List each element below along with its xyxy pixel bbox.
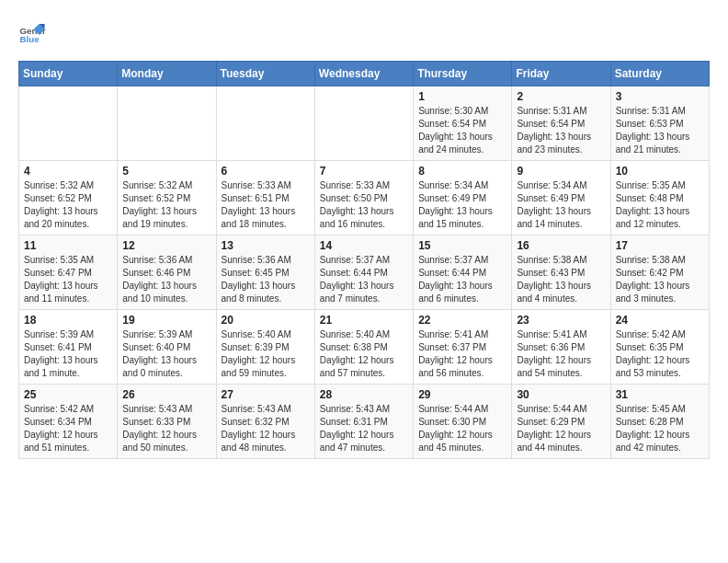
day-number: 20 <box>222 314 310 327</box>
day-number: 15 <box>418 239 506 252</box>
day-cell: 5Sunrise: 5:32 AM Sunset: 6:52 PM Daylig… <box>118 161 216 236</box>
day-number: 7 <box>320 165 408 178</box>
day-cell: 9Sunrise: 5:34 AM Sunset: 6:49 PM Daylig… <box>512 161 610 236</box>
col-header-sunday: Sunday <box>19 62 118 86</box>
day-info: Sunrise: 5:36 AM Sunset: 6:45 PM Dayligh… <box>222 254 310 305</box>
day-info: Sunrise: 5:37 AM Sunset: 6:44 PM Dayligh… <box>320 254 408 305</box>
day-info: Sunrise: 5:41 AM Sunset: 6:36 PM Dayligh… <box>517 328 605 380</box>
day-info: Sunrise: 5:38 AM Sunset: 6:43 PM Dayligh… <box>517 254 605 305</box>
day-cell: 25Sunrise: 5:42 AM Sunset: 6:34 PM Dayli… <box>19 385 118 459</box>
day-number: 27 <box>222 388 310 401</box>
day-number: 9 <box>517 165 605 178</box>
day-cell: 8Sunrise: 5:34 AM Sunset: 6:49 PM Daylig… <box>414 161 512 236</box>
week-row-1: 1Sunrise: 5:30 AM Sunset: 6:54 PM Daylig… <box>19 86 710 161</box>
day-cell: 20Sunrise: 5:40 AM Sunset: 6:39 PM Dayli… <box>216 310 314 385</box>
logo-icon: General Blue <box>18 18 46 46</box>
day-cell: 23Sunrise: 5:41 AM Sunset: 6:36 PM Dayli… <box>512 310 610 385</box>
day-cell: 26Sunrise: 5:43 AM Sunset: 6:33 PM Dayli… <box>118 385 216 459</box>
day-number: 11 <box>24 239 112 252</box>
day-cell: 31Sunrise: 5:45 AM Sunset: 6:28 PM Dayli… <box>610 385 709 459</box>
day-info: Sunrise: 5:44 AM Sunset: 6:30 PM Dayligh… <box>418 403 506 454</box>
week-row-4: 18Sunrise: 5:39 AM Sunset: 6:41 PM Dayli… <box>19 310 710 385</box>
day-info: Sunrise: 5:37 AM Sunset: 6:44 PM Dayligh… <box>418 254 506 305</box>
day-cell: 16Sunrise: 5:38 AM Sunset: 6:43 PM Dayli… <box>512 236 610 310</box>
day-cell: 1Sunrise: 5:30 AM Sunset: 6:54 PM Daylig… <box>414 86 512 161</box>
day-number: 28 <box>320 388 408 401</box>
day-number: 14 <box>320 239 408 252</box>
day-cell: 7Sunrise: 5:33 AM Sunset: 6:50 PM Daylig… <box>314 161 413 236</box>
day-cell: 6Sunrise: 5:33 AM Sunset: 6:51 PM Daylig… <box>216 161 314 236</box>
day-cell: 13Sunrise: 5:36 AM Sunset: 6:45 PM Dayli… <box>216 236 314 310</box>
day-info: Sunrise: 5:39 AM Sunset: 6:40 PM Dayligh… <box>122 328 210 380</box>
day-cell: 18Sunrise: 5:39 AM Sunset: 6:41 PM Dayli… <box>19 310 118 385</box>
day-number: 18 <box>24 314 112 327</box>
day-info: Sunrise: 5:30 AM Sunset: 6:54 PM Dayligh… <box>418 105 506 156</box>
day-info: Sunrise: 5:40 AM Sunset: 6:38 PM Dayligh… <box>320 328 408 380</box>
day-info: Sunrise: 5:44 AM Sunset: 6:29 PM Dayligh… <box>517 403 605 454</box>
day-number: 23 <box>517 314 605 327</box>
header-row: SundayMondayTuesdayWednesdayThursdayFrid… <box>19 62 710 86</box>
day-cell: 28Sunrise: 5:43 AM Sunset: 6:31 PM Dayli… <box>314 385 413 459</box>
day-cell: 4Sunrise: 5:32 AM Sunset: 6:52 PM Daylig… <box>19 161 118 236</box>
day-info: Sunrise: 5:35 AM Sunset: 6:48 PM Dayligh… <box>616 179 704 231</box>
day-info: Sunrise: 5:45 AM Sunset: 6:28 PM Dayligh… <box>616 403 704 454</box>
day-info: Sunrise: 5:31 AM Sunset: 6:53 PM Dayligh… <box>616 105 704 156</box>
day-number: 5 <box>122 165 210 178</box>
day-cell: 2Sunrise: 5:31 AM Sunset: 6:54 PM Daylig… <box>512 86 610 161</box>
day-number: 17 <box>616 239 704 252</box>
day-info: Sunrise: 5:35 AM Sunset: 6:47 PM Dayligh… <box>24 254 112 305</box>
day-number: 19 <box>122 314 210 327</box>
svg-text:Blue: Blue <box>20 34 40 44</box>
day-info: Sunrise: 5:34 AM Sunset: 6:49 PM Dayligh… <box>517 179 605 231</box>
day-number: 10 <box>616 165 704 178</box>
day-info: Sunrise: 5:39 AM Sunset: 6:41 PM Dayligh… <box>24 328 112 380</box>
day-info: Sunrise: 5:41 AM Sunset: 6:37 PM Dayligh… <box>418 328 506 380</box>
col-header-tuesday: Tuesday <box>216 62 314 86</box>
day-cell: 11Sunrise: 5:35 AM Sunset: 6:47 PM Dayli… <box>19 236 118 310</box>
day-info: Sunrise: 5:42 AM Sunset: 6:34 PM Dayligh… <box>24 403 112 454</box>
day-number: 3 <box>616 90 704 103</box>
day-info: Sunrise: 5:33 AM Sunset: 6:51 PM Dayligh… <box>222 179 310 231</box>
day-number: 31 <box>616 388 704 401</box>
day-info: Sunrise: 5:31 AM Sunset: 6:54 PM Dayligh… <box>517 105 605 156</box>
day-number: 6 <box>222 165 310 178</box>
day-number: 13 <box>222 239 310 252</box>
day-cell <box>314 86 413 161</box>
day-cell: 21Sunrise: 5:40 AM Sunset: 6:38 PM Dayli… <box>314 310 413 385</box>
day-info: Sunrise: 5:33 AM Sunset: 6:50 PM Dayligh… <box>320 179 408 231</box>
week-row-5: 25Sunrise: 5:42 AM Sunset: 6:34 PM Dayli… <box>19 385 710 459</box>
day-info: Sunrise: 5:42 AM Sunset: 6:35 PM Dayligh… <box>616 328 704 380</box>
day-info: Sunrise: 5:43 AM Sunset: 6:31 PM Dayligh… <box>320 403 408 454</box>
day-number: 24 <box>616 314 704 327</box>
day-number: 16 <box>517 239 605 252</box>
day-cell: 24Sunrise: 5:42 AM Sunset: 6:35 PM Dayli… <box>610 310 709 385</box>
day-number: 25 <box>24 388 112 401</box>
day-cell: 12Sunrise: 5:36 AM Sunset: 6:46 PM Dayli… <box>118 236 216 310</box>
day-number: 30 <box>517 388 605 401</box>
week-row-3: 11Sunrise: 5:35 AM Sunset: 6:47 PM Dayli… <box>19 236 710 310</box>
day-number: 21 <box>320 314 408 327</box>
day-info: Sunrise: 5:36 AM Sunset: 6:46 PM Dayligh… <box>122 254 210 305</box>
day-number: 1 <box>418 90 506 103</box>
day-info: Sunrise: 5:32 AM Sunset: 6:52 PM Dayligh… <box>122 179 210 231</box>
col-header-monday: Monday <box>118 62 216 86</box>
day-info: Sunrise: 5:43 AM Sunset: 6:32 PM Dayligh… <box>222 403 310 454</box>
day-info: Sunrise: 5:40 AM Sunset: 6:39 PM Dayligh… <box>222 328 310 380</box>
day-cell: 19Sunrise: 5:39 AM Sunset: 6:40 PM Dayli… <box>118 310 216 385</box>
day-cell: 17Sunrise: 5:38 AM Sunset: 6:42 PM Dayli… <box>610 236 709 310</box>
calendar-table: SundayMondayTuesdayWednesdayThursdayFrid… <box>18 61 710 459</box>
col-header-saturday: Saturday <box>610 62 709 86</box>
week-row-2: 4Sunrise: 5:32 AM Sunset: 6:52 PM Daylig… <box>19 161 710 236</box>
col-header-wednesday: Wednesday <box>314 62 413 86</box>
day-info: Sunrise: 5:32 AM Sunset: 6:52 PM Dayligh… <box>24 179 112 231</box>
day-number: 4 <box>24 165 112 178</box>
day-cell: 10Sunrise: 5:35 AM Sunset: 6:48 PM Dayli… <box>610 161 709 236</box>
day-cell: 3Sunrise: 5:31 AM Sunset: 6:53 PM Daylig… <box>610 86 709 161</box>
day-cell: 30Sunrise: 5:44 AM Sunset: 6:29 PM Dayli… <box>512 385 610 459</box>
day-number: 22 <box>418 314 506 327</box>
day-info: Sunrise: 5:38 AM Sunset: 6:42 PM Dayligh… <box>616 254 704 305</box>
day-cell: 22Sunrise: 5:41 AM Sunset: 6:37 PM Dayli… <box>414 310 512 385</box>
logo: General Blue <box>18 18 50 46</box>
col-header-thursday: Thursday <box>414 62 512 86</box>
day-info: Sunrise: 5:34 AM Sunset: 6:49 PM Dayligh… <box>418 179 506 231</box>
